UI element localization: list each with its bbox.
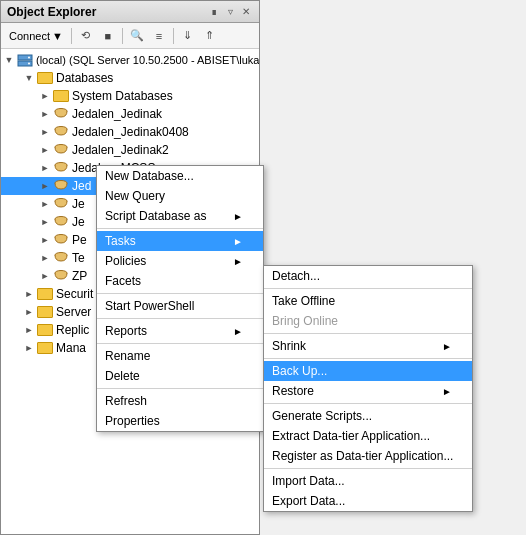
server-icon <box>17 53 33 67</box>
security-label: Securit <box>56 287 93 301</box>
arrow-icon[interactable]: ▿ <box>223 5 237 19</box>
ctx-sep-4 <box>97 343 263 344</box>
db9-label: Te <box>72 251 85 265</box>
connect-label: Connect <box>9 30 50 42</box>
toolbar-btn-menu[interactable]: ≡ <box>149 26 169 46</box>
ctx-tasks-arrow: ► <box>233 236 243 247</box>
sub-backup[interactable]: Back Up... <box>264 361 472 381</box>
db4-icon <box>53 161 69 175</box>
replication-folder-icon <box>37 324 53 336</box>
ctx-facets-label: Facets <box>105 274 141 288</box>
ctx-delete[interactable]: Delete <box>97 366 263 386</box>
expand-db1-icon[interactable]: ► <box>37 106 53 122</box>
expand-serverobj-icon[interactable]: ► <box>21 304 37 320</box>
expand-db2-icon[interactable]: ► <box>37 124 53 140</box>
db3-label: Jedalen_Jedinak2 <box>72 143 169 157</box>
sub-sep-5 <box>264 468 472 469</box>
expand-db4-icon[interactable]: ► <box>37 160 53 176</box>
db8-label: Pe <box>72 233 87 247</box>
tree-item-databases[interactable]: ▼ Databases <box>1 69 259 87</box>
db7-label: Je <box>72 215 85 229</box>
expand-databases-icon[interactable]: ▼ <box>21 70 37 86</box>
toolbar-btn-2[interactable]: ■ <box>98 26 118 46</box>
expand-db6-icon[interactable]: ► <box>37 196 53 212</box>
expand-db5-icon[interactable]: ► <box>37 178 53 194</box>
expand-db10-icon[interactable]: ► <box>37 268 53 284</box>
sub-generate-scripts[interactable]: Generate Scripts... <box>264 406 472 426</box>
ctx-properties-label: Properties <box>105 414 160 428</box>
ctx-facets[interactable]: Facets <box>97 271 263 291</box>
pin-icon[interactable]: ∎ <box>207 5 221 19</box>
svg-point-2 <box>28 57 30 59</box>
db10-label: ZP <box>72 269 87 283</box>
ctx-tasks-label: Tasks <box>105 234 136 248</box>
db10-icon <box>53 269 69 283</box>
sub-shrink-label: Shrink <box>272 339 306 353</box>
titlebar-icons: ∎ ▿ ✕ <box>207 5 253 19</box>
sub-detach[interactable]: Detach... <box>264 266 472 286</box>
context-menu: New Database... New Query Script Databas… <box>96 165 264 432</box>
ctx-policies[interactable]: Policies ► <box>97 251 263 271</box>
ctx-sep-1 <box>97 228 263 229</box>
ctx-tasks[interactable]: Tasks ► <box>97 231 263 251</box>
tree-item-db2[interactable]: ► Jedalen_Jedinak0408 <box>1 123 259 141</box>
sub-export-data[interactable]: Export Data... <box>264 491 472 511</box>
toolbar-btn-1[interactable]: ⟲ <box>76 26 96 46</box>
sub-import-data[interactable]: Import Data... <box>264 471 472 491</box>
toolbar-btn-up[interactable]: ⇑ <box>200 26 220 46</box>
ctx-new-database-label: New Database... <box>105 169 194 183</box>
sub-extract-data-tier[interactable]: Extract Data-tier Application... <box>264 426 472 446</box>
tree-item-system-db[interactable]: ► System Databases <box>1 87 259 105</box>
ctx-new-query[interactable]: New Query <box>97 186 263 206</box>
expand-management-icon[interactable]: ► <box>21 340 37 356</box>
ctx-script-database[interactable]: Script Database as ► <box>97 206 263 226</box>
databases-label: Databases <box>56 71 113 85</box>
expand-security-icon[interactable]: ► <box>21 286 37 302</box>
sub-sep-1 <box>264 288 472 289</box>
db3-icon <box>53 143 69 157</box>
expand-db9-icon[interactable]: ► <box>37 250 53 266</box>
tree-item-db1[interactable]: ► Jedalen_Jedinak <box>1 105 259 123</box>
expand-db8-icon[interactable]: ► <box>37 232 53 248</box>
ctx-new-database[interactable]: New Database... <box>97 166 263 186</box>
ctx-start-powershell[interactable]: Start PowerShell <box>97 296 263 316</box>
sub-register-data-tier[interactable]: Register as Data-tier Application... <box>264 446 472 466</box>
sub-shrink[interactable]: Shrink ► <box>264 336 472 356</box>
sub-bring-online-label: Bring Online <box>272 314 338 328</box>
db1-icon <box>53 107 69 121</box>
sub-take-offline[interactable]: Take Offline <box>264 291 472 311</box>
db2-label: Jedalen_Jedinak0408 <box>72 125 189 139</box>
expand-db7-icon[interactable]: ► <box>37 214 53 230</box>
ctx-refresh[interactable]: Refresh <box>97 391 263 411</box>
tree-item-db3[interactable]: ► Jedalen_Jedinak2 <box>1 141 259 159</box>
expand-db3-icon[interactable]: ► <box>37 142 53 158</box>
ctx-reports[interactable]: Reports ► <box>97 321 263 341</box>
sub-sep-4 <box>264 403 472 404</box>
expand-server-icon[interactable]: ▼ <box>1 52 17 68</box>
ctx-reports-label: Reports <box>105 324 147 338</box>
ctx-refresh-label: Refresh <box>105 394 147 408</box>
sub-backup-label: Back Up... <box>272 364 327 378</box>
toolbar-sep-2 <box>122 28 123 44</box>
sub-extract-data-tier-label: Extract Data-tier Application... <box>272 429 430 443</box>
expand-replication-icon[interactable]: ► <box>21 322 37 338</box>
object-explorer-titlebar: Object Explorer ∎ ▿ ✕ <box>1 1 259 23</box>
toolbar-btn-filter[interactable]: 🔍 <box>127 26 147 46</box>
ctx-properties[interactable]: Properties <box>97 411 263 431</box>
sub-generate-scripts-label: Generate Scripts... <box>272 409 372 423</box>
ctx-rename[interactable]: Rename <box>97 346 263 366</box>
ctx-start-powershell-label: Start PowerShell <box>105 299 194 313</box>
management-label: Mana <box>56 341 86 355</box>
toolbar-btn-down[interactable]: ⇓ <box>178 26 198 46</box>
management-folder-icon <box>37 342 53 354</box>
expand-sysdb-icon[interactable]: ► <box>37 88 53 104</box>
tree-item-server[interactable]: ▼ (local) (SQL Server 10.50.2500 - ABISE… <box>1 51 259 69</box>
sub-sep-3 <box>264 358 472 359</box>
db6-icon <box>53 197 69 211</box>
connect-button[interactable]: Connect ▼ <box>5 29 67 43</box>
sub-restore-label: Restore <box>272 384 314 398</box>
sub-restore[interactable]: Restore ► <box>264 381 472 401</box>
close-icon[interactable]: ✕ <box>239 5 253 19</box>
sub-import-data-label: Import Data... <box>272 474 345 488</box>
db7-icon <box>53 215 69 229</box>
